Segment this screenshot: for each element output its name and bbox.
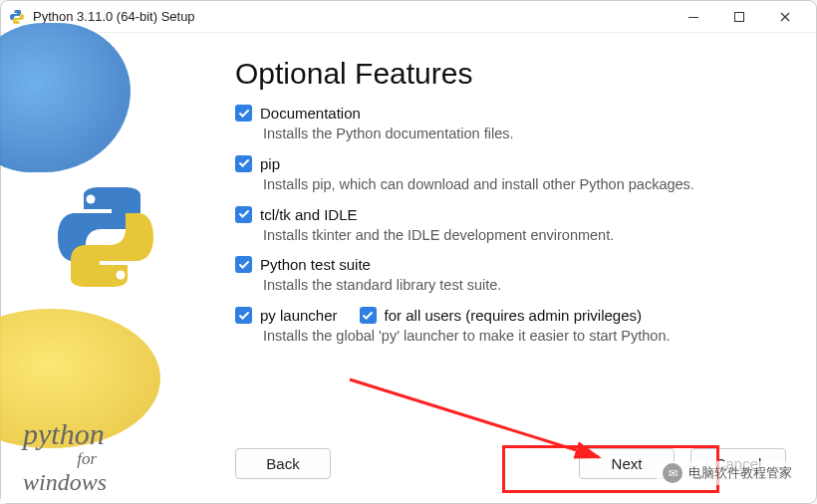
feature-pylauncher: py launcher for all users (requires admi… <box>235 307 786 348</box>
label-allusers: for all users (requires admin privileges… <box>385 307 642 324</box>
svg-point-1 <box>19 21 20 22</box>
brand-text: python for windows <box>23 417 107 495</box>
window-body: python for windows Optional Features Doc… <box>1 33 816 503</box>
button-row: Back Next Cancel <box>235 448 786 491</box>
desc-pip: Installs pip, which can download and ins… <box>263 174 786 196</box>
minimize-button[interactable] <box>671 2 716 32</box>
feature-pip: pip Installs pip, which can download and… <box>235 155 786 196</box>
label-pip: pip <box>260 155 280 172</box>
window-title: Python 3.11.0 (64-bit) Setup <box>33 9 671 24</box>
blue-blob-decoration <box>0 23 131 172</box>
label-pylauncher: py launcher <box>260 307 338 324</box>
feature-tcltk: tcl/tk and IDLE Installs tkinter and the… <box>235 206 786 247</box>
feature-documentation: Documentation Installs the Python docume… <box>235 105 786 145</box>
sidebar-graphic: python for windows <box>1 33 215 503</box>
brand-line-2: for <box>23 450 107 469</box>
desc-testsuite: Installs the standard library test suite… <box>263 275 786 297</box>
label-testsuite: Python test suite <box>260 256 371 273</box>
checkbox-pip[interactable] <box>235 155 252 172</box>
cancel-button[interactable]: Cancel <box>690 448 786 479</box>
feature-testsuite: Python test suite Installs the standard … <box>235 256 786 297</box>
brand-line-3: windows <box>23 469 107 495</box>
svg-point-4 <box>87 195 96 204</box>
label-documentation: Documentation <box>260 105 361 122</box>
label-tcltk: tcl/tk and IDLE <box>260 206 358 223</box>
svg-rect-2 <box>688 17 698 18</box>
checkbox-testsuite[interactable] <box>235 256 252 273</box>
installer-window: Python 3.11.0 (64-bit) Setup python for <box>0 0 817 504</box>
svg-point-0 <box>14 10 15 11</box>
window-controls <box>671 2 808 32</box>
main-panel: Optional Features Documentation Installs… <box>215 33 816 503</box>
titlebar: Python 3.11.0 (64-bit) Setup <box>1 1 816 33</box>
brand-line-1: python <box>23 417 107 450</box>
desc-pylauncher: Installs the global 'py' launcher to mak… <box>263 326 786 348</box>
svg-rect-3 <box>735 12 744 21</box>
desc-documentation: Installs the Python documentation files. <box>263 124 786 145</box>
page-heading: Optional Features <box>235 57 786 91</box>
checkbox-pylauncher[interactable] <box>235 307 252 324</box>
checkbox-allusers[interactable] <box>360 307 377 324</box>
python-logo-icon <box>46 177 165 297</box>
back-button[interactable]: Back <box>235 448 331 479</box>
next-button[interactable]: Next <box>579 448 675 479</box>
checkbox-tcltk[interactable] <box>235 206 252 223</box>
desc-tcltk: Installs tkinter and the IDLE developmen… <box>263 225 786 247</box>
close-button[interactable] <box>762 2 808 32</box>
maximize-button[interactable] <box>716 2 762 32</box>
checkbox-documentation[interactable] <box>235 105 252 122</box>
svg-point-5 <box>117 271 126 280</box>
python-setup-icon <box>9 9 25 25</box>
